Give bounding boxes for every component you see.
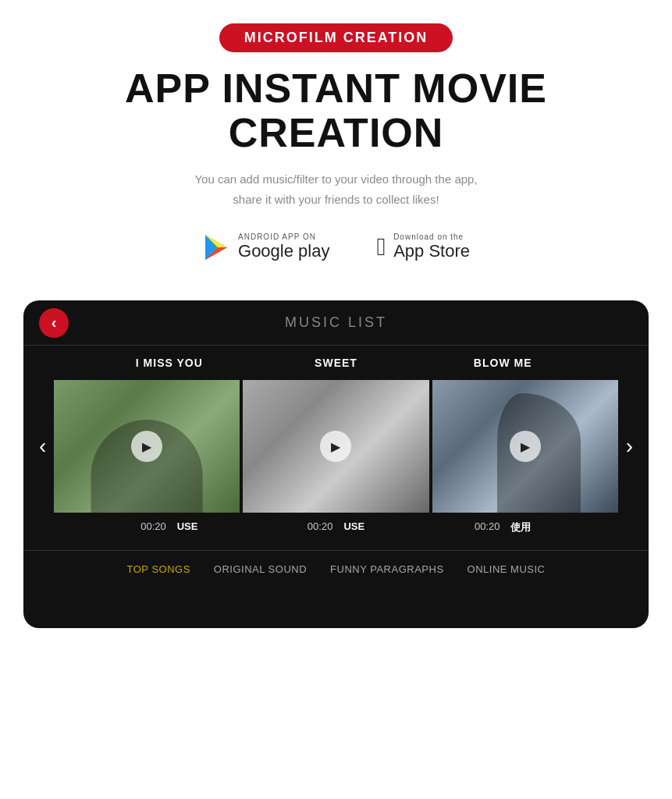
- video-thumb-2[interactable]: ▶: [432, 380, 618, 513]
- tab-top-songs[interactable]: TOP SONGS: [127, 563, 190, 575]
- use-btn-1[interactable]: USE: [343, 520, 364, 534]
- video-thumb-1[interactable]: ▶: [243, 380, 428, 513]
- duration-0: 00:20: [140, 520, 166, 534]
- subtitle-line2: share it with your friends to collect li…: [233, 193, 439, 206]
- nav-right-arrow[interactable]: ›: [618, 434, 641, 459]
- main-title: APP INSTANT MOVIE CREATION: [16, 66, 656, 155]
- app-mockup: ‹ MUSIC LIST I MISS YOU SWEET BLOW ME ‹ …: [23, 300, 649, 628]
- duration-group-0: 00:20 USE: [86, 520, 253, 534]
- google-play-icon: [202, 233, 230, 261]
- duration-1: 00:20: [308, 520, 333, 534]
- back-icon: ‹: [52, 314, 57, 332]
- app-store-large: App Store: [393, 241, 470, 261]
- duration-group-2: 00:20 使用: [419, 520, 586, 534]
- google-play-text: ANDROID APP ON Google play: [238, 233, 329, 261]
- nav-left-arrow[interactable]: ‹: [31, 434, 54, 459]
- mockup-header: ‹ MUSIC LIST: [23, 300, 649, 346]
- header-section: MICROFILM CREATION APP INSTANT MOVIE CRE…: [0, 0, 672, 300]
- bottom-tabs: TOP SONGS ORIGINAL SOUND FUNNY PARAGRAPH…: [23, 550, 649, 591]
- badge-label: MICROFILM CREATION: [219, 23, 453, 52]
- app-store-text: Download on the App Store: [393, 233, 470, 261]
- tab-funny-paragraphs[interactable]: FUNNY PARAGRAPHS: [330, 563, 444, 575]
- use-btn-2[interactable]: 使用: [510, 520, 531, 534]
- back-button[interactable]: ‹: [39, 308, 69, 338]
- subtitle: You can add music/filter to your video t…: [16, 169, 656, 209]
- song-label-2: BLOW ME: [419, 357, 586, 369]
- song-label-1: SWEET: [253, 357, 420, 369]
- duration-group-1: 00:20 USE: [253, 520, 420, 534]
- music-list-title: MUSIC LIST: [285, 314, 387, 331]
- song-label-0: I MISS YOU: [86, 357, 253, 369]
- google-play-badge[interactable]: ANDROID APP ON Google play: [202, 233, 329, 261]
- app-store-small: Download on the: [393, 233, 470, 241]
- song-labels: I MISS YOU SWEET BLOW ME: [23, 346, 649, 380]
- video-thumb-0[interactable]: ▶: [54, 380, 240, 513]
- google-play-small: ANDROID APP ON: [238, 233, 329, 241]
- app-store-badge[interactable]:  Download on the App Store: [376, 233, 470, 261]
- google-play-large: Google play: [238, 241, 329, 261]
- duration-2: 00:20: [475, 520, 500, 534]
- videos-container: ▶ ▶ ▶: [54, 380, 617, 513]
- play-button-2[interactable]: ▶: [510, 431, 541, 462]
- video-row: ‹ ▶ ▶ ▶ ›: [23, 380, 649, 513]
- play-button-1[interactable]: ▶: [320, 431, 351, 462]
- play-button-0[interactable]: ▶: [131, 431, 162, 462]
- use-btn-0[interactable]: USE: [177, 520, 198, 534]
- subtitle-line1: You can add music/filter to your video t…: [194, 172, 477, 186]
- duration-row: 00:20 USE 00:20 USE 00:20 使用: [23, 513, 649, 542]
- tab-original-sound[interactable]: ORIGINAL SOUND: [214, 563, 307, 575]
- store-badges: ANDROID APP ON Google play  Download on…: [16, 233, 656, 261]
- apple-icon: : [376, 233, 386, 261]
- tab-online-music[interactable]: ONLINE MUSIC: [468, 563, 546, 575]
